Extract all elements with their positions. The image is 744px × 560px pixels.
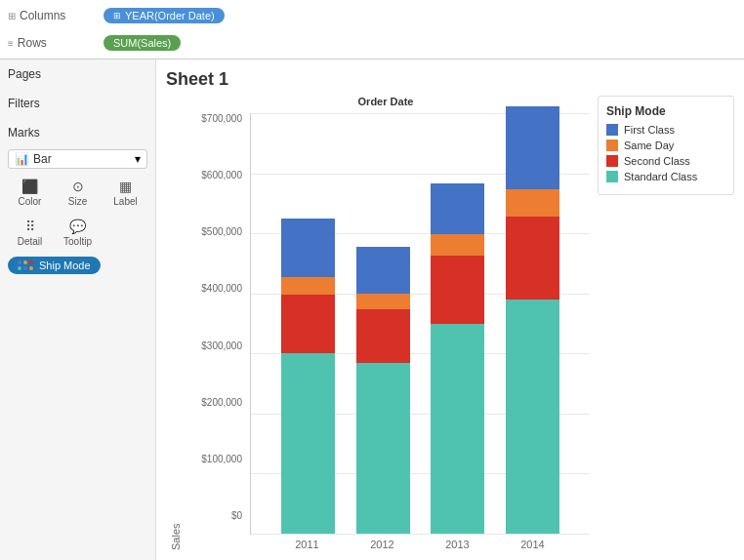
bar-group[interactable] bbox=[506, 106, 559, 534]
legend-item: Same Day bbox=[606, 140, 725, 151]
tooltip-button[interactable]: 💬 Tooltip bbox=[56, 215, 100, 251]
filters-title: Filters bbox=[8, 97, 147, 110]
bar-segment bbox=[431, 256, 484, 324]
legend-title: Ship Mode bbox=[606, 104, 725, 118]
legend-label: Standard Class bbox=[624, 171, 697, 182]
label-label: Label bbox=[113, 196, 137, 207]
marks-buttons-grid: ⬛ Color ⊙ Size ▦ Label ⠿ Detail 💬 Too bbox=[8, 175, 147, 251]
legend-color-box bbox=[606, 124, 618, 136]
legend-item: First Class bbox=[606, 124, 725, 136]
legend-label: Same Day bbox=[624, 140, 674, 151]
bar-segment bbox=[506, 300, 559, 534]
bar-segment bbox=[356, 294, 410, 309]
bar-segment bbox=[431, 234, 484, 256]
chevron-down-icon: ▾ bbox=[135, 152, 141, 166]
size-label: Size bbox=[68, 196, 87, 207]
detail-button[interactable]: ⠿ Detail bbox=[8, 215, 52, 251]
y-tick: $700,000 bbox=[201, 113, 242, 124]
columns-row: ⊞ Columns ⊞ YEAR(Order Date) bbox=[8, 4, 736, 27]
filters-section: Filters bbox=[8, 97, 147, 114]
chart-container: Sales Order Date $700,000$600,000$500,00… bbox=[166, 96, 590, 550]
detail-label: Detail bbox=[18, 236, 43, 247]
pages-section: Pages bbox=[8, 67, 147, 85]
x-label: 2011 bbox=[280, 539, 334, 550]
legend-item: Second Class bbox=[606, 155, 725, 167]
label-button[interactable]: ▦ Label bbox=[103, 175, 147, 211]
bar-segment bbox=[281, 295, 335, 353]
sheet-title: Sheet 1 bbox=[166, 69, 734, 90]
grid-line bbox=[251, 534, 590, 535]
legend-color-box bbox=[606, 140, 618, 151]
sidebar: Pages Filters Marks 📊 Bar ▾ ⬛ Color ⊙ bbox=[0, 60, 156, 560]
columns-label: Columns bbox=[20, 9, 65, 22]
ship-mode-pill[interactable]: Ship Mode bbox=[8, 257, 101, 274]
label-icon: ▦ bbox=[119, 179, 132, 194]
legend-item: Standard Class bbox=[606, 171, 725, 182]
bar-segment bbox=[356, 309, 410, 363]
main-area: Pages Filters Marks 📊 Bar ▾ ⬛ Color ⊙ bbox=[0, 60, 744, 560]
y-tick: $200,000 bbox=[201, 397, 242, 408]
rows-shelf-label: ≡ Rows bbox=[8, 36, 96, 50]
legend-color-box bbox=[606, 171, 618, 182]
rows-pill[interactable]: SUM(Sales) bbox=[103, 35, 181, 51]
ship-mode-label: Ship Mode bbox=[39, 260, 91, 271]
top-bar: ⊞ Columns ⊞ YEAR(Order Date) ≡ Rows SUM(… bbox=[0, 0, 744, 60]
marks-type-label: Bar bbox=[33, 152, 52, 166]
bar-group[interactable] bbox=[431, 183, 484, 534]
x-label: 2012 bbox=[355, 539, 409, 550]
columns-shelf-label: ⊞ Columns bbox=[8, 9, 96, 22]
pages-title: Pages bbox=[8, 67, 147, 81]
columns-icon: ⊞ bbox=[8, 11, 16, 21]
pill-grid-icon: ⊞ bbox=[113, 11, 121, 20]
legend: Ship Mode First ClassSame DaySecond Clas… bbox=[598, 96, 734, 195]
size-icon: ⊙ bbox=[72, 179, 84, 194]
y-tick: $100,000 bbox=[201, 454, 242, 464]
bar-segment bbox=[506, 106, 559, 189]
bar-segment bbox=[431, 183, 484, 234]
legend-items: First ClassSame DaySecond ClassStandard … bbox=[606, 124, 725, 182]
bar-segment bbox=[356, 363, 410, 534]
content-area: Sheet 1 Sales Order Date $700,000$600,00… bbox=[156, 60, 744, 560]
y-tick: $500,000 bbox=[201, 226, 242, 237]
bars-row bbox=[251, 113, 590, 534]
bar-segment bbox=[356, 247, 410, 294]
y-tick: $300,000 bbox=[201, 340, 242, 351]
y-axis-label: Sales bbox=[166, 96, 182, 550]
bar-chart-icon: 📊 bbox=[15, 152, 29, 166]
size-button[interactable]: ⊙ Size bbox=[56, 175, 100, 211]
x-labels: 2011201220132014 bbox=[250, 535, 590, 550]
tooltip-label: Tooltip bbox=[63, 236, 92, 247]
chart-plot: $700,000$600,000$500,000$400,000$300,000… bbox=[182, 113, 590, 550]
bars-area: 2011201220132014 bbox=[250, 113, 590, 550]
bars-grid bbox=[250, 113, 590, 535]
marks-type-dropdown[interactable]: 📊 Bar ▾ bbox=[8, 149, 147, 169]
bar-group[interactable] bbox=[281, 219, 335, 534]
detail-icon: ⠿ bbox=[25, 219, 35, 234]
y-tick: $0 bbox=[231, 510, 242, 521]
legend-label: Second Class bbox=[624, 155, 690, 167]
y-tick: $600,000 bbox=[201, 170, 242, 180]
bar-segment bbox=[506, 217, 559, 300]
rows-row: ≡ Rows SUM(Sales) bbox=[8, 31, 736, 55]
y-tick: $400,000 bbox=[201, 283, 242, 294]
bar-segment bbox=[431, 324, 484, 534]
bar-segment bbox=[506, 189, 559, 217]
chart-inner: Order Date $700,000$600,000$500,000$400,… bbox=[182, 96, 590, 550]
legend-label: First Class bbox=[624, 124, 675, 136]
tooltip-icon: 💬 bbox=[69, 219, 86, 234]
bar-segment bbox=[281, 219, 335, 277]
bar-group[interactable] bbox=[356, 247, 410, 534]
marks-title: Marks bbox=[8, 126, 147, 140]
x-label: 2014 bbox=[506, 539, 559, 550]
y-axis: $700,000$600,000$500,000$400,000$300,000… bbox=[182, 113, 250, 550]
color-label: Color bbox=[19, 196, 42, 207]
color-button[interactable]: ⬛ Color bbox=[8, 175, 52, 211]
legend-color-box bbox=[606, 155, 618, 167]
color-icon: ⬛ bbox=[21, 179, 38, 194]
marks-section: Marks 📊 Bar ▾ ⬛ Color ⊙ Size ▦ bbox=[8, 126, 147, 274]
x-label: 2013 bbox=[431, 539, 484, 550]
rows-icon: ≡ bbox=[8, 38, 14, 49]
columns-pill[interactable]: ⊞ YEAR(Order Date) bbox=[103, 8, 225, 23]
ship-mode-dots-icon bbox=[18, 260, 33, 270]
rows-label: Rows bbox=[18, 36, 47, 50]
